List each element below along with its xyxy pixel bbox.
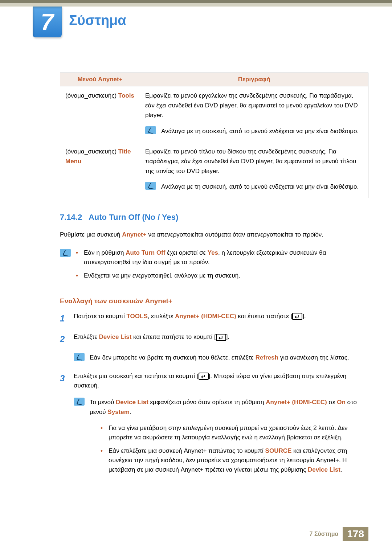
section-7-14-2: 7.14.2 Auto Turn Off (No / Yes) Ρυθμίστε… bbox=[60, 213, 368, 479]
row1-note: Ανάλογα με τη συσκευή, αυτό το μενού ενδ… bbox=[145, 126, 363, 136]
note-bullets: Εάν η ρύθμιση Auto Turn Off έχει οριστεί… bbox=[76, 248, 368, 284]
t: Device List bbox=[116, 399, 148, 406]
note-icon bbox=[60, 249, 71, 257]
note-bullet-2: Ενδέχεται να μην ενεργοποιηθεί, ανάλογα … bbox=[76, 271, 368, 280]
t: ]. bbox=[226, 333, 229, 340]
t: SOURCE bbox=[265, 447, 292, 454]
t: και έπειτα πατήστε το κουμπί [ bbox=[131, 333, 216, 340]
t: Device List bbox=[99, 333, 132, 340]
step-number: 1 bbox=[60, 312, 74, 325]
big-note-bullet-2: Εάν επιλέξατε μια συσκευή Anynet+ πατώντ… bbox=[101, 446, 368, 475]
t: Anynet+ (HDMI-CEC) bbox=[175, 313, 236, 320]
section-intro: Ρυθμίστε μια συσκευή Anynet+ να απενεργο… bbox=[60, 230, 368, 239]
t: ]. bbox=[302, 313, 306, 320]
t: . bbox=[130, 409, 131, 415]
t: Επιλέξτε bbox=[74, 333, 99, 340]
note-icon bbox=[145, 126, 156, 134]
row2-prefix: (όνομα_συσκευής) bbox=[65, 148, 118, 155]
intro-after: να απενεργοποιείται αυτόματα όταν απενερ… bbox=[147, 231, 323, 238]
row2-desc: Εμφανίζει το μενού τίτλου του δίσκου της… bbox=[145, 147, 363, 176]
row1-label: Tools bbox=[118, 92, 134, 99]
t: TOOLS bbox=[127, 313, 148, 320]
big-note: Το μενού Device List εμφανίζεται μόνο ότ… bbox=[74, 398, 368, 478]
table-header-desc: Περιγραφή bbox=[140, 73, 368, 86]
t: Εάν η ρύθμιση bbox=[84, 249, 126, 256]
chapter-badge: 7 bbox=[33, 7, 62, 37]
page-number: 178 bbox=[343, 527, 368, 541]
enter-icon bbox=[199, 373, 209, 380]
steps: 1 Πατήστε το κουμπί TOOLS, επιλέξτε Anyn… bbox=[60, 312, 368, 479]
table-row: (όνομα_συσκευής) Title Menu Εμφανίζει το… bbox=[60, 142, 368, 198]
step-3: 3 Επιλέξτε μια συσκευή και πατήστε το κο… bbox=[60, 372, 368, 391]
intro-hl: Anynet+ bbox=[122, 231, 147, 238]
enter-icon bbox=[216, 334, 226, 341]
big-note-line: Το μενού Device List εμφανίζεται μόνο ότ… bbox=[90, 398, 368, 417]
note-bullet-1: Εάν η ρύθμιση Auto Turn Off έχει οριστεί… bbox=[76, 248, 368, 267]
row1-prefix: (όνομα_συσκευής) bbox=[65, 92, 118, 99]
row1-note-text: Ανάλογα με τη συσκευή, αυτό το μενού ενδ… bbox=[161, 126, 359, 136]
enter-icon bbox=[292, 313, 302, 320]
step-number: 2 bbox=[60, 332, 74, 346]
chapter-title: Σύστημα bbox=[69, 13, 126, 28]
t: Πατήστε το κουμπί bbox=[74, 313, 127, 320]
row2-note-text: Ανάλογα με τη συσκευή, αυτό το μενού ενδ… bbox=[161, 182, 359, 192]
anynet-table: Μενού Anynet+ Περιγραφή (όνομα_συσκευής)… bbox=[60, 73, 368, 198]
note-icon bbox=[145, 182, 156, 190]
t: Το μενού bbox=[90, 399, 116, 406]
t: Εάν δεν μπορείτε να βρείτε τη συσκευή πο… bbox=[90, 354, 256, 361]
intro-before: Ρυθμίστε μια συσκευή bbox=[60, 231, 122, 238]
big-note-bullets: Για να γίνει μετάβαση στην επιλεγμένη συ… bbox=[101, 423, 368, 475]
section-note: Εάν η ρύθμιση Auto Turn Off έχει οριστεί… bbox=[60, 248, 368, 284]
t: Anynet+ (HDMI-CEC) bbox=[266, 399, 327, 406]
t: για ανανέωση της λίστας. bbox=[278, 354, 349, 361]
t: Refresh bbox=[256, 354, 278, 361]
section-number: 7.14.2 bbox=[60, 213, 82, 222]
row1-desc: Εμφανίζει το μενού εργαλείων της συνδεδε… bbox=[145, 91, 363, 120]
table-header-menu: Μενού Anynet+ bbox=[60, 73, 140, 86]
header-bar-light bbox=[0, 3, 392, 7]
step-number: 3 bbox=[60, 372, 74, 391]
t: . bbox=[340, 466, 342, 473]
note-icon bbox=[74, 353, 85, 361]
t: σε bbox=[327, 399, 337, 406]
subhead-switch-devices: Εναλλαγή των συσκευών Anynet+ bbox=[60, 297, 368, 305]
t: , επιλέξτε bbox=[148, 313, 175, 320]
row2-note: Ανάλογα με τη συσκευή, αυτό το μενού ενδ… bbox=[145, 182, 363, 192]
step-2: 2 Επιλέξτε Device List και έπειτα πατήστ… bbox=[60, 332, 368, 346]
t: System bbox=[107, 409, 129, 415]
t: εμφανίζεται μόνο όταν ορίσετε τη ρύθμιση bbox=[148, 399, 266, 406]
note-icon bbox=[74, 398, 85, 406]
t: Επιλέξτε μια συσκευή και πατήστε το κουμ… bbox=[74, 373, 199, 379]
t: On bbox=[337, 399, 346, 406]
table-row: (όνομα_συσκευής) Tools Εμφανίζει το μενο… bbox=[60, 86, 368, 142]
t: έχει οριστεί σε bbox=[165, 249, 207, 256]
t: και έπειτα πατήστε [ bbox=[236, 313, 293, 320]
page-content: Μενού Anynet+ Περιγραφή (όνομα_συσκευής)… bbox=[60, 73, 368, 479]
footer-text: 7 Σύστημα bbox=[310, 531, 339, 537]
t: Εάν επιλέξατε μια συσκευή Anynet+ πατώντ… bbox=[109, 447, 265, 454]
big-note-bullet-1: Για να γίνει μετάβαση στην επιλεγμένη συ… bbox=[101, 423, 368, 443]
page-footer: 7 Σύστημα 178 bbox=[310, 527, 368, 541]
section-title: Auto Turn Off (No / Yes) bbox=[89, 213, 178, 222]
t: Yes bbox=[208, 249, 218, 256]
t: Auto Turn Off bbox=[126, 249, 165, 256]
step2-note: Εάν δεν μπορείτε να βρείτε τη συσκευή πο… bbox=[74, 353, 368, 362]
step-1: 1 Πατήστε το κουμπί TOOLS, επιλέξτε Anyn… bbox=[60, 312, 368, 325]
t: Device List bbox=[308, 466, 340, 473]
header-bar-dark bbox=[0, 0, 392, 3]
